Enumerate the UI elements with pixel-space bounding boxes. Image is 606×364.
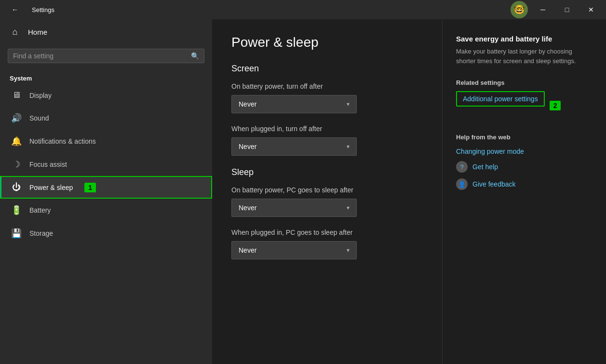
sound-icon: 🔊 [11, 113, 22, 123]
power-icon: ⏻ [11, 182, 22, 192]
screen-plugged-value: Never [239, 143, 256, 150]
sidebar-item-storage-label: Storage [29, 229, 53, 237]
sidebar-item-battery[interactable]: 🔋 Battery [0, 199, 212, 222]
battery-icon: 🔋 [11, 205, 22, 216]
info-title: Save energy and battery life [456, 35, 593, 43]
notifications-icon: 🔔 [11, 136, 22, 147]
sleep-plugged-label: When plugged in, PC goes to sleep after [231, 229, 423, 236]
sleep-section-title: Sleep [231, 167, 423, 177]
give-feedback-link[interactable]: 👤 Give feedback [456, 178, 593, 190]
sidebar: ⌂ Home 🔍 System 🖥 Display 🔊 Sound 🔔 Noti… [0, 19, 212, 364]
screen-battery-label: On battery power, turn off after [231, 82, 423, 90]
additional-power-badge: 2 [550, 101, 561, 110]
main-layout: ⌂ Home 🔍 System 🖥 Display 🔊 Sound 🔔 Noti… [0, 19, 606, 364]
get-help-label: Get help [472, 163, 498, 171]
sidebar-item-power-label: Power & sleep [29, 184, 73, 191]
search-box: 🔍 [8, 49, 204, 63]
search-input[interactable] [13, 52, 191, 60]
search-icon: 🔍 [191, 52, 199, 60]
sidebar-item-sound[interactable]: 🔊 Sound [0, 107, 212, 130]
related-settings-title: Related settings [456, 79, 593, 86]
content-area: Power & sleep Screen On battery power, t… [212, 19, 606, 364]
changing-power-mode-link[interactable]: Changing power mode [456, 148, 593, 155]
system-section-label: System [0, 71, 212, 84]
give-feedback-icon: 👤 [456, 178, 468, 190]
back-button[interactable]: ← [4, 2, 26, 17]
storage-icon: 💾 [11, 228, 22, 239]
sleep-battery-dropdown[interactable]: Never ▾ [231, 199, 357, 217]
sidebar-item-home[interactable]: ⌂ Home [0, 19, 212, 45]
sidebar-item-notifications[interactable]: 🔔 Notifications & actions [0, 130, 212, 153]
sidebar-item-battery-label: Battery [29, 206, 51, 214]
page-title: Power & sleep [231, 35, 423, 50]
sidebar-item-focus[interactable]: ☽ Focus assist [0, 153, 212, 176]
sleep-plugged-value: Never [239, 246, 256, 254]
titlebar: ← Settings 🤓 ─ □ ✕ [0, 0, 606, 19]
chevron-down-icon-3: ▾ [347, 204, 350, 211]
maximize-button[interactable]: □ [556, 2, 578, 17]
sidebar-item-display-label: Display [29, 92, 52, 99]
additional-power-settings-link[interactable]: Additional power settings [456, 91, 545, 107]
home-icon: ⌂ [10, 27, 20, 37]
titlebar-title: Settings [32, 6, 54, 13]
screen-plugged-label: When plugged in, turn off after [231, 125, 423, 133]
sidebar-item-notifications-label: Notifications & actions [29, 137, 96, 145]
sleep-battery-value: Never [239, 204, 256, 212]
sidebar-item-power[interactable]: ⏻ Power & sleep 1 [0, 176, 212, 199]
sleep-battery-label: On battery power, PC goes to sleep after [231, 186, 423, 194]
chevron-down-icon-4: ▾ [347, 247, 350, 254]
home-label: Home [28, 28, 47, 36]
sidebar-item-focus-label: Focus assist [29, 161, 67, 168]
sleep-plugged-dropdown[interactable]: Never ▾ [231, 241, 357, 259]
screen-plugged-dropdown[interactable]: Never ▾ [231, 137, 357, 156]
screen-battery-value: Never [239, 100, 256, 108]
minimize-button[interactable]: ─ [532, 2, 554, 17]
get-help-icon: ? [456, 161, 468, 173]
display-icon: 🖥 [11, 90, 22, 100]
chevron-down-icon: ▾ [347, 101, 350, 108]
sidebar-item-storage[interactable]: 💾 Storage [0, 222, 212, 245]
info-desc: Make your battery last longer by choosin… [456, 47, 593, 66]
focus-icon: ☽ [11, 159, 22, 170]
avatar: 🤓 [511, 1, 528, 18]
screen-battery-dropdown[interactable]: Never ▾ [231, 95, 357, 113]
right-panel: Save energy and battery life Make your b… [442, 19, 606, 364]
chevron-down-icon-2: ▾ [347, 143, 350, 150]
help-from-web-title: Help from the web [456, 134, 593, 141]
close-button[interactable]: ✕ [580, 2, 602, 17]
changing-power-label: Changing power mode [456, 148, 524, 155]
sidebar-highlight-badge: 1 [84, 183, 96, 192]
screen-section-title: Screen [231, 64, 423, 74]
titlebar-left: ← Settings [4, 2, 54, 17]
content-main: Power & sleep Screen On battery power, t… [212, 19, 442, 364]
get-help-link[interactable]: ? Get help [456, 161, 593, 173]
sidebar-item-sound-label: Sound [29, 114, 49, 122]
sidebar-item-display[interactable]: 🖥 Display [0, 84, 212, 107]
titlebar-controls: ─ □ ✕ [532, 2, 602, 17]
give-feedback-label: Give feedback [472, 180, 516, 188]
